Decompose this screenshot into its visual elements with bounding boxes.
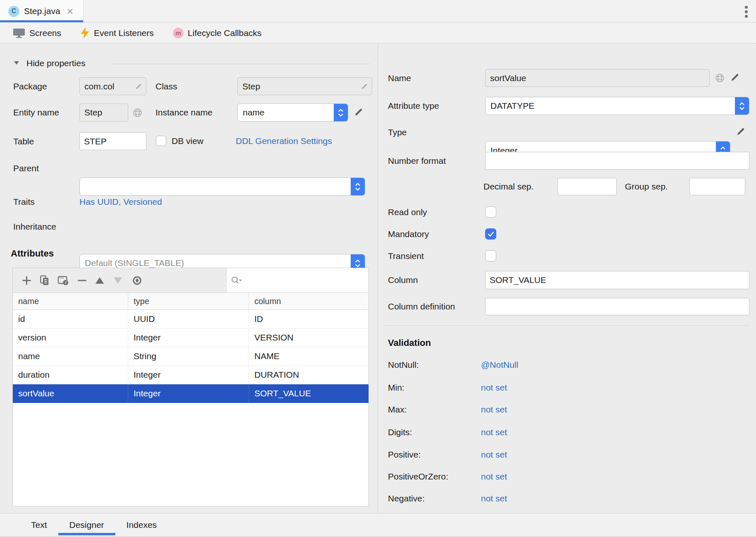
validation-value-link[interactable]: not set	[481, 405, 507, 415]
db-view-checkbox[interactable]	[156, 136, 166, 146]
transient-checkbox[interactable]	[485, 250, 496, 261]
entity-name-field[interactable]: Step	[79, 103, 128, 122]
move-down-button[interactable]	[113, 277, 123, 284]
entity-designer-window: C Step.java ✕ Screens Event Listeners m …	[0, 0, 756, 537]
validation-row: Min: not set	[378, 382, 751, 393]
attr-name-field[interactable]: sortValue	[485, 69, 710, 87]
close-icon[interactable]: ✕	[67, 7, 74, 16]
validation-label: PositiveOrZero:	[388, 472, 448, 482]
table-row[interactable]: sortValue Integer SORT_VALUE	[13, 384, 368, 403]
cell-type[interactable]: Integer	[128, 328, 249, 347]
collapse-triangle-icon[interactable]	[14, 61, 19, 65]
number-format-input[interactable]	[485, 152, 749, 170]
column-header-column[interactable]: column	[249, 293, 368, 309]
read-only-checkbox[interactable]	[485, 206, 496, 218]
tab-step-java[interactable]: C Step.java ✕	[0, 0, 84, 22]
editor-mode-tab-bar: Text Designer Indexes	[0, 513, 756, 537]
globe-icon[interactable]	[132, 108, 143, 118]
attributes-table-header[interactable]: name type column	[13, 293, 368, 310]
lifecycle-callbacks-button[interactable]: m Lifecycle Callbacks	[173, 28, 262, 38]
edit-pencil-icon[interactable]	[353, 107, 364, 117]
column-label: Column	[388, 271, 418, 289]
attributes-table-body: id UUID ID version Integer VERSION name …	[13, 310, 368, 403]
column-definition-label: Column definition	[388, 298, 455, 315]
bottom-tab-indexes[interactable]: Indexes	[115, 513, 168, 537]
decimal-sep-input[interactable]	[557, 178, 617, 195]
number-format-label: Number format	[388, 152, 446, 170]
table-row[interactable]: version Integer VERSION	[13, 328, 368, 347]
bottom-tab-designer[interactable]: Designer	[58, 513, 115, 537]
cell-column[interactable]: NAME	[249, 347, 368, 365]
traits-link[interactable]: Has UUID, Versioned	[79, 196, 162, 207]
move-up-button[interactable]	[95, 277, 105, 284]
package-field[interactable]: com.col	[79, 77, 146, 95]
java-class-icon: C	[8, 6, 19, 17]
column-header-name[interactable]: name	[13, 293, 128, 309]
create-dto-button[interactable]: f	[57, 275, 69, 286]
cell-column[interactable]: SORT_VALUE	[249, 384, 368, 403]
validation-value-link[interactable]: not set	[481, 450, 507, 460]
table-row[interactable]: name String NAME	[13, 347, 368, 366]
view-attribute-button[interactable]	[132, 275, 142, 285]
cell-name[interactable]: name	[13, 347, 128, 365]
parent-combo[interactable]	[79, 177, 365, 196]
attributes-toolbar: f	[13, 268, 368, 293]
search-icon[interactable]	[231, 276, 242, 285]
cell-type[interactable]: Integer	[128, 384, 249, 403]
db-view-label[interactable]: DB view	[172, 136, 203, 146]
mandatory-checkbox[interactable]	[485, 228, 496, 240]
main-area: Hide properties Package com.col Class St…	[0, 44, 756, 513]
kebab-menu-icon[interactable]	[744, 5, 749, 19]
class-field[interactable]: Step	[237, 77, 372, 95]
combo-spinner-icon[interactable]	[334, 104, 348, 121]
ddl-generation-settings-link[interactable]: DDL Generation Settings	[236, 136, 332, 146]
attributes-search-field[interactable]	[226, 268, 368, 292]
validation-label: Min:	[388, 383, 404, 393]
validation-value-link[interactable]: not set	[481, 494, 507, 503]
attribute-type-combo[interactable]: DATATYPE	[485, 97, 749, 115]
edit-pencil-icon[interactable]	[134, 82, 143, 91]
column-header-type[interactable]: type	[128, 293, 249, 309]
edit-pencil-icon[interactable]	[735, 126, 746, 137]
edit-pencil-icon[interactable]	[730, 72, 740, 83]
column-input[interactable]	[485, 271, 749, 289]
combo-spinner-icon[interactable]	[735, 97, 749, 115]
combo-spinner-icon[interactable]	[351, 178, 365, 195]
validation-value-link[interactable]: @NotNull	[481, 360, 518, 370]
cell-column[interactable]: DURATION	[249, 366, 368, 384]
group-sep-input[interactable]	[689, 178, 745, 195]
screens-button[interactable]: Screens	[13, 28, 61, 38]
traits-label: Traits	[13, 196, 35, 207]
table-name-input[interactable]	[79, 132, 146, 150]
validation-value-link[interactable]: not set	[481, 427, 507, 437]
cell-name[interactable]: id	[13, 310, 128, 328]
cell-type[interactable]: UUID	[128, 310, 249, 328]
add-attribute-button[interactable]	[22, 276, 31, 285]
hide-properties-toggle[interactable]: Hide properties	[26, 58, 85, 69]
validation-divider	[385, 325, 750, 326]
cell-name[interactable]: version	[13, 328, 128, 347]
copy-attribute-button[interactable]	[39, 275, 50, 286]
table-row[interactable]: id UUID ID	[13, 310, 368, 328]
validation-value-link[interactable]: not set	[481, 472, 507, 482]
validation-row: Positive: not set	[378, 449, 751, 460]
edit-pencil-icon[interactable]	[360, 82, 368, 91]
instance-name-combo[interactable]: name	[237, 103, 348, 122]
bottom-tab-text[interactable]: Text	[20, 513, 58, 537]
cell-name[interactable]: sortValue	[13, 384, 128, 403]
entity-properties-panel: Hide properties Package com.col Class St…	[0, 44, 378, 513]
cell-column[interactable]: ID	[249, 310, 368, 328]
remove-attribute-button[interactable]	[77, 276, 87, 285]
read-only-label: Read only	[388, 206, 427, 218]
section-divider	[111, 64, 370, 64]
cell-name[interactable]: duration	[13, 366, 128, 384]
search-input[interactable]	[242, 268, 368, 292]
cell-column[interactable]: VERSION	[249, 328, 368, 347]
validation-value-link[interactable]: not set	[481, 383, 507, 393]
table-row[interactable]: duration Integer DURATION	[13, 366, 368, 384]
column-definition-input[interactable]	[485, 298, 749, 315]
event-listeners-button[interactable]: Event Listeners	[80, 27, 154, 39]
cell-type[interactable]: Integer	[128, 366, 249, 384]
globe-icon[interactable]	[715, 73, 725, 83]
cell-type[interactable]: String	[128, 347, 249, 365]
